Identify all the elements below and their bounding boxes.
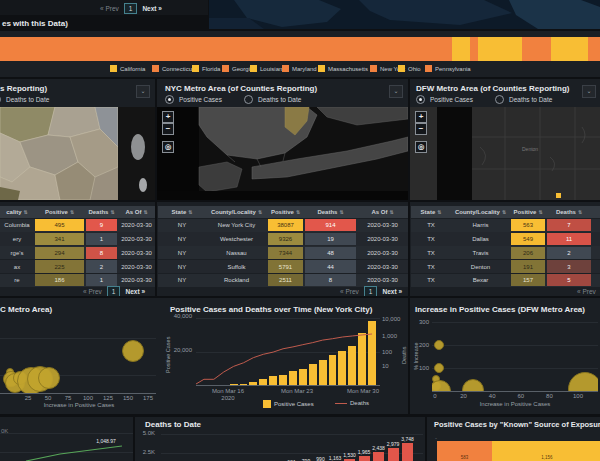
column-header[interactable]: State⇅ [158, 206, 206, 218]
table-row[interactable]: Columbia49592020-03-30 [0, 219, 155, 232]
x-axis-tick: 75 [58, 395, 78, 401]
legend-swatch [425, 65, 432, 72]
map-zoom-out-button[interactable]: − [162, 123, 174, 135]
counties-table: State⇅County/Locality⇅Positive⇅Deaths⇅TX… [411, 206, 600, 287]
map-zoom-in-button[interactable]: + [415, 111, 427, 123]
y-axis-tick: 5.0K [135, 430, 155, 436]
x-axis-tick: 20 [454, 393, 474, 399]
header-left-panel: « Prev 1 Next » [0, 0, 208, 15]
table-row[interactable]: ery34112020-03-30 [0, 232, 155, 245]
x-axis-tick: 0 [425, 393, 445, 399]
legend-item-louisiana[interactable]: Louisiana [250, 65, 286, 72]
table-cell: 1 [85, 274, 118, 287]
legend-item-pennsylvania[interactable]: Pennsylvania [425, 65, 471, 72]
radio-label: Positive Cases [179, 96, 222, 103]
table-row[interactable]: TXDallas54911 [411, 232, 600, 245]
column-header[interactable]: Positive⇅ [267, 206, 304, 218]
column-header-label: Deaths [556, 209, 576, 215]
legend-swatch [110, 65, 117, 72]
table-row[interactable]: NYNassau7344482020-03-30 [158, 246, 408, 259]
table-cell: NY [158, 274, 206, 287]
column-header[interactable]: County/Locality⇅ [206, 206, 267, 218]
x-axis-tick: 25 [18, 395, 38, 401]
y-axis-tick-right: 10 [382, 363, 389, 369]
legend-item-deaths[interactable]: Deaths [335, 400, 369, 406]
table-row[interactable]: TXBexar1575 [411, 274, 600, 287]
prev-button[interactable]: « Prev [340, 288, 359, 295]
column-header[interactable]: Deaths⇅ [85, 206, 118, 218]
page-number[interactable]: 1 [364, 286, 378, 296]
column-header[interactable]: State⇅ [411, 206, 451, 218]
radio-positive-cases[interactable]: Positive Cases [416, 95, 473, 104]
legend-item-florida[interactable]: Florida [192, 65, 220, 72]
legend-item-ohio[interactable]: Ohio [398, 65, 421, 72]
dc-county-map[interactable] [0, 107, 155, 200]
map-locate-icon[interactable]: ◎ [415, 141, 427, 153]
column-header[interactable] [592, 206, 600, 218]
legend-item-california[interactable]: California [110, 65, 145, 72]
heat-cell: 495 [35, 219, 84, 231]
table-cell: re [0, 274, 34, 287]
column-header[interactable]: cality⇅ [0, 206, 34, 218]
map-locate-icon[interactable]: ◎ [162, 141, 174, 153]
legend-label: Deaths [350, 400, 369, 406]
prev-button[interactable]: « Prev [83, 288, 102, 295]
panel-menu-dropdown[interactable]: ⌄ [582, 85, 596, 98]
table-row[interactable]: TXDenton1913 [411, 260, 600, 273]
us-map-thumbnail[interactable] [209, 0, 600, 29]
column-header[interactable]: Deaths⇅ [304, 206, 357, 218]
prev-button[interactable]: « Prev [577, 288, 596, 295]
radio-positive-cases[interactable]: Positive Cases [165, 95, 222, 104]
radio-deaths-to-date[interactable]: Deaths to Date [495, 95, 552, 104]
table-cell: 38087 [267, 219, 304, 232]
heat-cell: 1 [86, 233, 117, 245]
next-button[interactable]: Next » [125, 288, 145, 295]
deaths-line [196, 318, 380, 385]
table-cell: NY [158, 232, 206, 245]
page-number[interactable]: 1 [124, 3, 138, 14]
page-number[interactable]: 1 [107, 286, 121, 296]
table-row[interactable]: re18612020-03-30 [0, 274, 155, 287]
segment-value-label: 1,156 [492, 455, 600, 460]
column-header[interactable]: County/Locality⇅ [451, 206, 510, 218]
legend-item-maryland[interactable]: Maryland [282, 65, 317, 72]
legend-item-georgia[interactable]: Georgia [222, 65, 253, 72]
table-row[interactable]: TXHarris5637 [411, 219, 600, 232]
panel-menu-dropdown[interactable]: ⌄ [136, 85, 150, 98]
column-header[interactable]: As Of⇅ [357, 206, 408, 218]
radio-deaths-to-date[interactable]: Deaths to Date [244, 95, 301, 104]
next-button[interactable]: Next » [382, 288, 402, 295]
sort-icon: ⇅ [578, 209, 582, 215]
nyc-county-map[interactable] [157, 107, 408, 200]
map-zoom-out-button[interactable]: − [415, 123, 427, 135]
table-row[interactable]: ax22522020-03-30 [0, 260, 155, 273]
legend-item-positive-cases[interactable]: Positive Cases [263, 400, 314, 408]
chart-panel-bottom-left: 0K 1,048.97 [0, 417, 133, 461]
y-axis-label-right: Deaths [401, 347, 407, 364]
legend-item-connecticut[interactable]: Connecticut [152, 65, 194, 72]
column-header[interactable]: Positive⇅ [34, 206, 85, 218]
column-header[interactable]: Deaths⇅ [546, 206, 592, 218]
table-row[interactable]: NYRockland251182020-03-30 [158, 274, 408, 287]
table-row[interactable]: NYSuffolk5791442020-03-30 [158, 260, 408, 273]
table-row[interactable]: rge's29482020-03-30 [0, 246, 155, 259]
column-header[interactable]: As Of⇅ [118, 206, 155, 218]
next-button[interactable]: Next » [142, 5, 162, 12]
dfw-county-map[interactable]: Denton [410, 107, 600, 200]
table-row[interactable]: TXTravis2062 [411, 246, 600, 259]
table-row[interactable]: NYWestchester9326192020-03-30 [158, 232, 408, 245]
column-header[interactable]: Positive⇅ [510, 206, 546, 218]
map-zoom-in-button[interactable]: + [162, 111, 174, 123]
table-cell: TX [411, 260, 451, 273]
panel-menu-dropdown[interactable]: ⌄ [389, 85, 403, 98]
column-header-label: Positive [271, 209, 294, 215]
table-row[interactable]: NYNew York City380879142020-03-30 [158, 219, 408, 232]
bubble [568, 372, 598, 391]
table-cell: 2020-03-30 [118, 274, 155, 287]
table-cell: 2020-03-30 [357, 274, 408, 287]
legend-label: Connecticut [162, 66, 194, 72]
prev-button[interactable]: « Prev [100, 5, 119, 12]
legend-item-massachusetts[interactable]: Massachusetts [318, 65, 368, 72]
radio-deaths-to-date[interactable]: Deaths to Date [2, 95, 49, 104]
table-cell: Travis [451, 246, 510, 259]
